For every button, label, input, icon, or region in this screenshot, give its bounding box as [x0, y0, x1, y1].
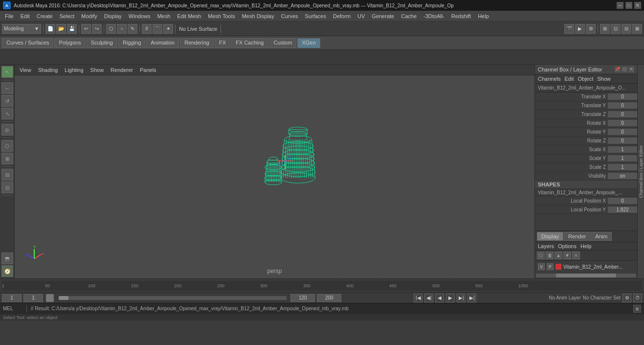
frame-current-input[interactable]	[23, 294, 43, 302]
attr-value-input[interactable]	[608, 120, 637, 126]
prev-btn[interactable]: ◀	[435, 294, 444, 302]
menu-item-generate[interactable]: Generate	[369, 12, 397, 20]
shapes-attr-value[interactable]	[608, 198, 637, 204]
menu-item-file[interactable]: File	[2, 12, 17, 20]
attr-value-input[interactable]	[608, 102, 637, 109]
timeline-numbers[interactable]: 1501001502002503003504004505005501050	[2, 281, 642, 291]
options-menu[interactable]: Options	[558, 243, 577, 249]
shading-menu[interactable]: Shading	[36, 66, 60, 74]
tab-polygons[interactable]: Polygons	[54, 38, 85, 48]
show-menu-item[interactable]: Show	[597, 76, 611, 82]
attr-value-input[interactable]	[608, 146, 637, 153]
rotate-tool-btn[interactable]: ↺	[1, 95, 13, 107]
total-frames-input[interactable]	[317, 294, 341, 302]
tab-fx[interactable]: FX	[215, 38, 230, 48]
attr-value-input[interactable]	[608, 138, 637, 144]
view-menu[interactable]: View	[18, 66, 33, 74]
attr-value-input[interactable]	[608, 173, 637, 179]
object-menu-item[interactable]: Object	[577, 76, 593, 82]
render-btn[interactable]: 🎬	[564, 24, 574, 34]
menu-item-mesh-tools[interactable]: Mesh Tools	[205, 12, 238, 20]
tab-fx-caching[interactable]: FX Caching	[231, 38, 268, 48]
nav-btn[interactable]: 🧭	[1, 265, 13, 277]
grid-btn[interactable]: ⊟	[1, 169, 13, 181]
soft-mod-btn[interactable]: ⬡	[1, 140, 13, 152]
show-menu[interactable]: Show	[89, 66, 106, 74]
show-manip-btn[interactable]: ⊞	[1, 153, 13, 164]
menu-item-edit[interactable]: Edit	[18, 12, 33, 20]
next-btn[interactable]: ▶|	[457, 294, 466, 302]
menu-item-curves[interactable]: Curves	[278, 12, 301, 20]
menu-item-cache[interactable]: Cache	[398, 12, 420, 20]
ipr-btn[interactable]: ▶	[575, 24, 585, 34]
layer-visibility-btn[interactable]: V	[538, 263, 545, 270]
select-tool-btn[interactable]: ↖	[1, 66, 13, 78]
snap-grid-btn[interactable]: #	[142, 24, 152, 34]
tab-xgen[interactable]: XGen	[297, 38, 320, 48]
view-btn1[interactable]: ⊞	[600, 24, 610, 34]
layer-up-btn[interactable]: ▲	[555, 252, 562, 259]
menu-item-mesh-display[interactable]: Mesh Display	[239, 12, 277, 20]
attribute-editor-tab[interactable]: Channel Box / Layer Editor	[637, 65, 644, 278]
redo-btn[interactable]: ↪	[92, 24, 102, 34]
paint-btn[interactable]: ✎	[128, 24, 137, 34]
tab-rendering[interactable]: Rendering	[180, 38, 214, 48]
frame-start-input[interactable]	[2, 294, 22, 302]
attr-value-input[interactable]	[608, 111, 637, 117]
universal-manip-btn[interactable]: ◎	[1, 124, 13, 136]
save-scene-btn[interactable]: 💾	[67, 24, 77, 34]
play-btn[interactable]: ▶	[446, 294, 455, 302]
playback-speed-btn[interactable]: ⏱	[633, 294, 642, 302]
renderer-menu[interactable]: Renderer	[109, 66, 135, 74]
tab-custom[interactable]: Custom	[269, 38, 297, 48]
prev-frame-btn[interactable]: ◀|	[424, 294, 433, 302]
close-button[interactable]: ✕	[634, 2, 641, 9]
lasso-btn[interactable]: ○	[117, 24, 127, 34]
translate-tool-btn[interactable]: ↔	[1, 82, 13, 94]
shapes-attr-value[interactable]	[608, 207, 637, 213]
group-btn[interactable]: ⬒	[1, 253, 13, 264]
attr-value-input[interactable]	[608, 129, 637, 135]
tab-rigging[interactable]: Rigging	[118, 38, 145, 48]
menu-item-help[interactable]: Help	[475, 12, 492, 20]
layer-delete-btn[interactable]: 🗑	[546, 252, 554, 259]
layer-add-btn[interactable]: ⬡	[537, 252, 545, 259]
edit-menu-item[interactable]: Edit	[564, 76, 574, 82]
lighting-menu[interactable]: Lighting	[63, 66, 86, 74]
display-tab[interactable]: Display	[537, 232, 563, 241]
undo-btn[interactable]: ↩	[81, 24, 91, 34]
layer-down-btn[interactable]: ▼	[563, 252, 571, 259]
workspace-dropdown[interactable]: Modeling▼	[2, 24, 41, 34]
attr-value-input[interactable]	[608, 93, 637, 100]
layer-playback-btn[interactable]: P	[547, 263, 554, 270]
scale-tool-btn[interactable]: ⤡	[1, 108, 13, 119]
layer-scrollbar[interactable]	[536, 274, 636, 277]
anim-tab[interactable]: Anim	[591, 232, 612, 241]
menu-item-edit-mesh[interactable]: Edit Mesh	[174, 12, 204, 20]
frame-range-bar[interactable]	[59, 296, 287, 300]
view-btn4[interactable]: ⊠	[632, 24, 642, 34]
script-editor-btn[interactable]: ≡	[633, 305, 641, 313]
menu-item-uv[interactable]: UV	[355, 12, 368, 20]
anim-prefs-btn[interactable]: ⚙	[622, 294, 631, 302]
select-btn[interactable]: ⬡	[106, 24, 116, 34]
render-tab[interactable]: Render	[564, 232, 590, 241]
snap-curve-btn[interactable]: ⌒	[153, 24, 162, 34]
attr-value-input[interactable]	[608, 164, 637, 170]
view-btn3[interactable]: ⊟	[622, 24, 631, 34]
view-btn2[interactable]: ⊡	[611, 24, 621, 34]
menu-item-redshift[interactable]: Redshift	[448, 12, 474, 20]
layer-sort-btn[interactable]: ≡	[572, 252, 580, 259]
layer-color-swatch[interactable]	[555, 264, 561, 270]
help-menu[interactable]: Help	[580, 243, 592, 249]
new-scene-btn[interactable]: 📄	[45, 24, 55, 34]
render-settings-btn[interactable]: ⚙	[586, 24, 596, 34]
menu-item-select[interactable]: Select	[57, 12, 78, 20]
go-start-btn[interactable]: |◀	[414, 294, 422, 302]
menu-item-create[interactable]: Create	[34, 12, 56, 20]
shapes-section-header[interactable]: SHAPES	[535, 181, 637, 189]
menu-item--3dtoall-[interactable]: -3DtoAll-	[421, 12, 447, 20]
tab-animation[interactable]: Animation	[146, 38, 179, 48]
camera-btn[interactable]: ⊡	[1, 182, 13, 193]
menu-item-modify[interactable]: Modify	[78, 12, 100, 20]
